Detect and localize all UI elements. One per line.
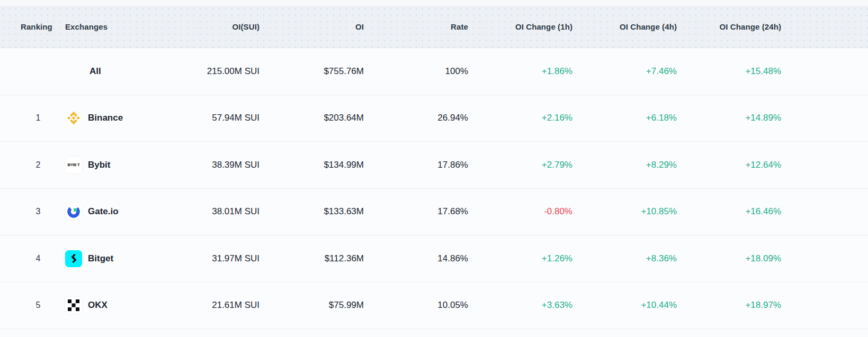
exchange-cell: BYB!T Bybit: [56, 157, 159, 174]
oi-sui-cell: 215.00M SUI: [159, 66, 259, 77]
exchange-name: Binance: [88, 113, 123, 123]
oi-change-1h-cell: +2.16%: [468, 113, 572, 123]
oi-cell: $203.64M: [259, 113, 364, 123]
oi-change-24h-cell: +18.97%: [677, 300, 781, 311]
all-row[interactable]: All 215.00M SUI $755.76M 100% +1.86% +7.…: [0, 48, 868, 95]
oi-sui-cell: 31.97M SUI: [159, 253, 259, 264]
oi-change-1h-cell: +2.79%: [468, 160, 572, 170]
oi-change-24h-cell: +18.09%: [677, 253, 781, 264]
column-header-rate[interactable]: Rate: [364, 22, 468, 31]
oi-sui-cell: 57.94M SUI: [159, 113, 259, 123]
oi-change-24h-cell: +14.89%: [677, 113, 781, 123]
oi-sui-cell: 38.39M SUI: [159, 160, 259, 170]
exchange-cell: OKX: [56, 297, 159, 314]
oi-cell: $112.36M: [259, 253, 364, 264]
oi-cell: $134.99M: [259, 160, 364, 170]
open-interest-table: Ranking Exchanges OI(SUI) OI Rate OI Cha…: [0, 0, 868, 337]
oi-change-1h-cell: +1.86%: [468, 66, 572, 77]
oi-change-4h-cell: +7.46%: [572, 66, 677, 77]
oi-change-4h-cell: +6.18%: [572, 113, 677, 123]
bitget-icon: [65, 250, 82, 267]
rate-cell: 14.86%: [364, 253, 468, 264]
column-header-oi-change-1h[interactable]: OI Change (1h): [468, 22, 572, 31]
rank-cell: 1: [0, 113, 56, 123]
okx-icon: [65, 297, 82, 314]
oi-change-4h-cell: +10.85%: [572, 206, 677, 217]
table-body: All 215.00M SUI $755.76M 100% +1.86% +7.…: [0, 48, 868, 329]
table-header-row: Ranking Exchanges OI(SUI) OI Rate OI Cha…: [0, 6, 868, 48]
rate-cell: 17.68%: [364, 206, 468, 217]
bybit-icon: BYB!T: [65, 157, 82, 174]
rank-cell: 2: [0, 160, 56, 170]
exchange-name: Gate.io: [88, 206, 119, 217]
rank-cell: 4: [0, 254, 56, 263]
exchange-row[interactable]: 2 BYB!T Bybit 38.39M SUI $134.99M 17.86%…: [0, 142, 868, 189]
column-header-ranking[interactable]: Ranking: [0, 22, 56, 31]
oi-sui-cell: 21.61M SUI: [159, 300, 259, 311]
rank-cell: 5: [0, 300, 56, 310]
oi-change-1h-cell: -0.80%: [468, 206, 572, 217]
exchange-cell: Binance: [56, 110, 159, 126]
gateio-icon: [65, 203, 82, 220]
oi-change-24h-cell: +16.46%: [677, 206, 781, 217]
exchange-row[interactable]: 5 OKX 21.61M SUI $75.99M 10.05% +3.63% +…: [0, 283, 868, 330]
rate-cell: 10.05%: [364, 300, 468, 311]
rate-cell: 100%: [364, 66, 468, 77]
oi-change-1h-cell: +3.63%: [468, 300, 572, 311]
column-header-oi-sui[interactable]: OI(SUI): [159, 22, 259, 31]
column-header-oi[interactable]: OI: [259, 22, 364, 31]
oi-change-24h-cell: +15.48%: [677, 66, 781, 77]
oi-change-24h-cell: +12.64%: [677, 160, 781, 170]
column-header-oi-change-4h[interactable]: OI Change (4h): [572, 22, 677, 31]
column-header-exchanges[interactable]: Exchanges: [56, 22, 159, 31]
oi-cell: $133.63M: [259, 206, 364, 217]
binance-icon: [65, 110, 82, 126]
exchange-name: Bybit: [88, 160, 111, 170]
oi-sui-cell: 38.01M SUI: [159, 206, 259, 217]
exchange-cell: Gate.io: [56, 203, 159, 220]
column-header-oi-change-24h[interactable]: OI Change (24h): [677, 22, 781, 31]
oi-change-4h-cell: +10.44%: [572, 300, 677, 311]
exchange-row[interactable]: 4 Bitget 31.97M SUI $112.36M 14.86% +1.2…: [0, 235, 868, 283]
top-spacer: [0, 0, 868, 6]
rank-cell: 3: [0, 207, 56, 216]
oi-change-4h-cell: +8.36%: [572, 253, 677, 264]
exchange-name: Bitget: [88, 253, 113, 264]
bottom-spacer: [0, 329, 868, 337]
exchange-row[interactable]: 1 Binance 57.94M SUI $203.64M 26.94% +2.…: [0, 95, 868, 142]
rate-cell: 26.94%: [364, 113, 468, 123]
exchange-name: All: [90, 66, 101, 77]
exchange-cell: All: [56, 66, 159, 77]
rate-cell: 17.86%: [364, 160, 468, 170]
oi-cell: $755.76M: [259, 66, 364, 77]
oi-change-1h-cell: +1.26%: [468, 253, 572, 264]
exchange-cell: Bitget: [56, 250, 159, 267]
exchange-name: OKX: [88, 300, 108, 311]
oi-change-4h-cell: +8.29%: [572, 160, 677, 170]
exchange-row[interactable]: 3 Gate.io 38.01M SUI $133.63M 17.68% -0.…: [0, 189, 868, 236]
oi-cell: $75.99M: [259, 300, 364, 311]
